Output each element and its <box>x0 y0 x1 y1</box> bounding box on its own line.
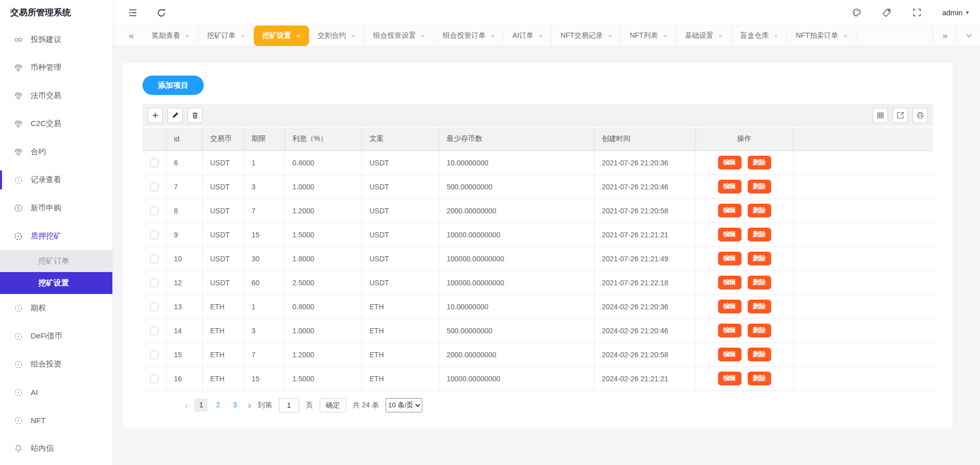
plus-icon[interactable] <box>148 108 163 123</box>
delete-button[interactable]: 删除 <box>748 156 771 169</box>
trash-icon[interactable] <box>187 108 203 123</box>
row-radio[interactable] <box>150 230 159 239</box>
tabbar: « 奖励查看×挖矿订单×挖矿设置×交割合约×组合投资设置×组合投资订单×AI订单… <box>112 26 980 46</box>
sidebar-item[interactable]: C2C交易 <box>0 110 112 138</box>
next-page-button[interactable]: › <box>248 400 251 410</box>
tab[interactable]: NFT列表× <box>621 26 676 46</box>
delete-button[interactable]: 删除 <box>748 300 771 313</box>
palette-icon[interactable] <box>852 8 862 17</box>
delete-button[interactable]: 删除 <box>748 324 771 337</box>
delete-button[interactable]: 删除 <box>748 372 771 385</box>
tab[interactable]: 盲盒仓库× <box>732 26 787 46</box>
edit-button[interactable]: 编辑 <box>718 180 742 193</box>
print-icon[interactable] <box>913 108 928 123</box>
tab[interactable]: 组合投资订单× <box>434 26 504 46</box>
sidebar-item[interactable]: $新币申购 <box>0 194 112 222</box>
edit-button[interactable]: 编辑 <box>718 204 742 217</box>
sidebar-item[interactable]: AI <box>0 378 112 406</box>
tabs-menu-button[interactable] <box>957 26 980 46</box>
row-radio[interactable] <box>150 182 159 191</box>
edit-button[interactable]: 编辑 <box>718 300 742 313</box>
add-project-button[interactable]: 添加项目 <box>142 76 204 95</box>
page-number[interactable]: 1 <box>195 399 207 411</box>
edit-button[interactable]: 编辑 <box>718 372 742 385</box>
page-number[interactable]: 3 <box>228 399 241 411</box>
tab-close-icon[interactable]: × <box>351 32 355 40</box>
tab[interactable]: 挖矿订单× <box>199 26 254 46</box>
tab-close-icon[interactable]: × <box>421 32 425 40</box>
sidebar-item-label: 合约 <box>31 147 46 157</box>
tab[interactable]: AI订单× <box>504 26 552 46</box>
sidebar-item[interactable]: 期权 <box>0 294 112 322</box>
confirm-page-button[interactable]: 确定 <box>320 398 346 412</box>
row-radio[interactable] <box>150 278 159 287</box>
sidebar-item[interactable]: 质押挖矿 <box>0 222 112 250</box>
table-row: 8 USDT 7 1.2000 USDT 2000.00000000 2021-… <box>142 199 933 223</box>
sidebar-item[interactable]: 币种管理 <box>0 54 112 82</box>
pencil-icon[interactable] <box>168 108 183 123</box>
sidebar-item[interactable]: 站内信 <box>0 434 112 462</box>
tabs-scroll-left-button[interactable]: « <box>119 26 143 46</box>
edit-button[interactable]: 编辑 <box>718 276 742 289</box>
tab-close-icon[interactable]: × <box>774 32 778 40</box>
tab-close-icon[interactable]: × <box>241 32 245 40</box>
tab-close-icon[interactable]: × <box>491 32 495 40</box>
delete-button[interactable]: 删除 <box>748 180 771 193</box>
row-radio[interactable] <box>150 374 159 383</box>
sidebar-item[interactable]: 投拆建议 <box>0 26 112 54</box>
row-radio[interactable] <box>150 326 159 335</box>
sidebar-item[interactable]: 组合投资 <box>0 350 112 378</box>
row-radio[interactable] <box>150 350 159 359</box>
tab-close-icon[interactable]: × <box>719 32 723 40</box>
delete-button[interactable]: 删除 <box>748 228 771 241</box>
tab[interactable]: 挖矿设置× <box>254 26 309 46</box>
page-number[interactable]: 2 <box>211 399 224 411</box>
prev-page-button[interactable]: ‹ <box>185 400 188 410</box>
columns-icon[interactable] <box>873 108 888 123</box>
tab[interactable]: 基础设置× <box>676 26 732 46</box>
tab-close-icon[interactable]: × <box>296 32 300 40</box>
jump-page-input[interactable] <box>279 398 299 412</box>
tab-label: AI订单 <box>513 31 534 40</box>
tab-close-icon[interactable]: × <box>663 32 667 40</box>
sidebar-subitem[interactable]: 挖矿订单 <box>0 250 112 272</box>
delete-button[interactable]: 删除 <box>748 252 771 265</box>
tab-close-icon[interactable]: × <box>843 32 847 40</box>
tab-close-icon[interactable]: × <box>185 32 189 40</box>
menu-toggle-icon[interactable] <box>128 8 138 18</box>
row-radio[interactable] <box>150 254 159 263</box>
edit-button[interactable]: 编辑 <box>718 156 742 169</box>
user-menu[interactable]: admin ▾ <box>942 9 969 17</box>
tab[interactable]: 组合投资设置× <box>364 26 434 46</box>
row-radio[interactable] <box>150 302 159 311</box>
sidebar-item[interactable]: 记录查看 <box>0 166 112 194</box>
row-radio[interactable] <box>150 158 159 167</box>
edit-button[interactable]: 编辑 <box>718 252 742 265</box>
tab-close-icon[interactable]: × <box>539 32 543 40</box>
edit-button[interactable]: 编辑 <box>718 324 742 337</box>
tab[interactable]: NFT拍卖订单× <box>787 26 856 46</box>
tabs-scroll-right-button[interactable]: » <box>933 26 957 46</box>
edit-button[interactable]: 编辑 <box>718 228 742 241</box>
sidebar-subitem[interactable]: 挖矿设置 <box>0 272 112 294</box>
sidebar-item[interactable]: 合约 <box>0 138 112 166</box>
sidebar: 交易所管理系统 投拆建议币种管理法币交易C2C交易合约记录查看$新币申购质押挖矿… <box>0 0 112 465</box>
tab-close-icon[interactable]: × <box>608 32 612 40</box>
fullscreen-icon[interactable] <box>912 8 922 17</box>
refresh-icon[interactable] <box>156 8 166 18</box>
row-radio[interactable] <box>150 206 159 215</box>
delete-button[interactable]: 删除 <box>748 276 771 289</box>
tab[interactable]: NFT交易记录× <box>552 26 621 46</box>
sidebar-item[interactable]: 法币交易 <box>0 82 112 110</box>
tag-icon[interactable] <box>882 8 892 17</box>
page-size-select[interactable]: 10 条/页 <box>386 398 422 412</box>
sidebar-item[interactable]: DeFi借币 <box>0 322 112 350</box>
sidebar-item[interactable]: NFT <box>0 406 112 434</box>
tab[interactable]: 奖励查看× <box>143 26 199 46</box>
tab[interactable]: 交割合约× <box>309 26 365 46</box>
delete-button[interactable]: 删除 <box>748 204 771 217</box>
edit-button[interactable]: 编辑 <box>718 348 742 361</box>
delete-button[interactable]: 删除 <box>748 348 771 361</box>
column-header: 利息（%） <box>284 128 362 151</box>
export-icon[interactable] <box>893 108 908 123</box>
